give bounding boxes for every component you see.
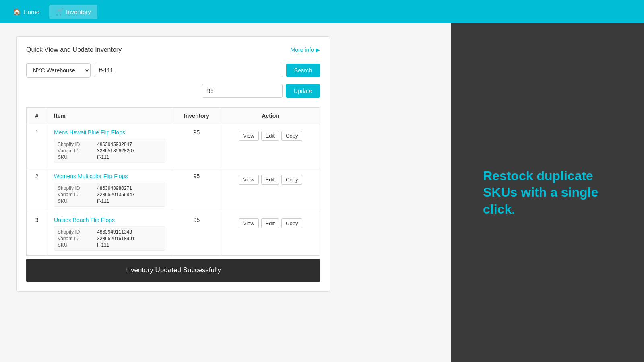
more-info-link[interactable]: More info ▶ — [291, 47, 320, 53]
sku-value: ff-111 — [97, 198, 162, 204]
shopify-id-label: Shopify ID — [58, 142, 94, 147]
row-action: View Edit Copy — [221, 124, 320, 168]
row-number: 1 — [27, 124, 47, 168]
row-action: View Edit Copy — [221, 212, 320, 256]
copy-button[interactable]: Copy — [281, 218, 302, 228]
shopify-id-label: Shopify ID — [58, 229, 94, 235]
search-input[interactable] — [94, 64, 283, 77]
view-button[interactable]: View — [239, 131, 259, 141]
copy-button[interactable]: Copy — [281, 175, 302, 185]
table-row: 1 Mens Hawaii Blue Flip Flops Shopify ID… — [27, 124, 320, 168]
nav-inventory-label: Inventory — [66, 8, 91, 15]
row-action: View Edit Copy — [221, 168, 320, 212]
col-inventory-header: Inventory — [172, 108, 221, 124]
nav-home[interactable]: 🏠 Home — [6, 5, 46, 19]
quantity-input[interactable] — [202, 84, 283, 98]
edit-button[interactable]: Edit — [261, 175, 279, 185]
row-inventory: 95 — [172, 212, 221, 256]
update-row: Update — [26, 84, 320, 98]
update-button[interactable]: Update — [286, 84, 320, 98]
sku-label: SKU — [58, 198, 94, 204]
view-button[interactable]: View — [239, 218, 259, 228]
sku-label: SKU — [58, 154, 94, 160]
warehouse-select[interactable]: NYC Warehouse — [26, 63, 91, 78]
success-banner: Inventory Updated Successfully — [26, 259, 320, 282]
sku-value: ff-111 — [97, 154, 162, 160]
edit-button[interactable]: Edit — [261, 131, 279, 141]
table-body: 1 Mens Hawaii Blue Flip Flops Shopify ID… — [27, 124, 320, 256]
sku-value: ff-111 — [97, 242, 162, 248]
item-meta: Shopify ID 4863948980271 Variant ID 3286… — [54, 183, 165, 207]
item-meta: Shopify ID 4863949111343 Variant ID 3286… — [54, 226, 165, 251]
main-layout: Quick View and Update Inventory More inf… — [0, 23, 644, 362]
search-row: NYC Warehouse Search — [26, 63, 320, 78]
shopify-id-value: 4863949111343 — [97, 229, 162, 235]
nav-home-label: Home — [23, 8, 39, 15]
row-item: Mens Hawaii Blue Flip Flops Shopify ID 4… — [47, 124, 172, 168]
navbar: 🏠 Home 🛒 Inventory — [0, 0, 644, 23]
item-meta: Shopify ID 4863945932847 Variant ID 3286… — [54, 139, 165, 163]
home-icon: 🏠 — [13, 8, 21, 16]
variant-id-value: 32865185628207 — [97, 148, 162, 154]
action-buttons: View Edit Copy — [228, 217, 313, 228]
shopify-id-value: 4863945932847 — [97, 142, 162, 147]
action-buttons: View Edit Copy — [228, 173, 313, 185]
inventory-table: # Item Inventory Action 1 Mens Hawaii Bl… — [26, 107, 320, 256]
inventory-icon: 🛒 — [56, 8, 64, 16]
item-name[interactable]: Womens Multicolor Flip Flops — [54, 173, 165, 179]
col-item-header: Item — [47, 108, 172, 124]
variant-id-label: Variant ID — [58, 148, 94, 154]
col-number-header: # — [27, 108, 47, 124]
search-button[interactable]: Search — [286, 64, 320, 77]
inventory-card: Quick View and Update Inventory More inf… — [16, 36, 330, 292]
more-info-arrow-icon: ▶ — [316, 47, 320, 53]
right-panel: Restock duplicate SKUs with a single cli… — [451, 23, 644, 362]
more-info-label: More info — [291, 47, 314, 53]
variant-id-label: Variant ID — [58, 192, 94, 197]
edit-button[interactable]: Edit — [261, 218, 279, 228]
item-name[interactable]: Unisex Beach Flip Flops — [54, 217, 165, 223]
variant-id-value: 32865201618991 — [97, 236, 162, 241]
variant-id-value: 32865201356847 — [97, 192, 162, 197]
sku-label: SKU — [58, 242, 94, 248]
table-row: 3 Unisex Beach Flip Flops Shopify ID 486… — [27, 212, 320, 256]
row-number: 2 — [27, 168, 47, 212]
nav-inventory[interactable]: 🛒 Inventory — [49, 5, 97, 19]
action-buttons: View Edit Copy — [228, 129, 313, 141]
card-header: Quick View and Update Inventory More inf… — [26, 46, 320, 53]
row-item: Womens Multicolor Flip Flops Shopify ID … — [47, 168, 172, 212]
shopify-id-value: 4863948980271 — [97, 185, 162, 191]
item-name[interactable]: Mens Hawaii Blue Flip Flops — [54, 129, 165, 136]
col-action-header: Action — [221, 108, 320, 124]
view-button[interactable]: View — [239, 175, 259, 185]
table-header: # Item Inventory Action — [27, 108, 320, 124]
table-row: 2 Womens Multicolor Flip Flops Shopify I… — [27, 168, 320, 212]
row-inventory: 95 — [172, 124, 221, 168]
row-item: Unisex Beach Flip Flops Shopify ID 48639… — [47, 212, 172, 256]
card-title: Quick View and Update Inventory — [26, 46, 122, 53]
shopify-id-label: Shopify ID — [58, 185, 94, 191]
variant-id-label: Variant ID — [58, 236, 94, 241]
left-panel: Quick View and Update Inventory More inf… — [0, 23, 451, 362]
row-number: 3 — [27, 212, 47, 256]
promo-text: Restock duplicate SKUs with a single cli… — [483, 168, 612, 218]
row-inventory: 95 — [172, 168, 221, 212]
copy-button[interactable]: Copy — [281, 131, 302, 141]
